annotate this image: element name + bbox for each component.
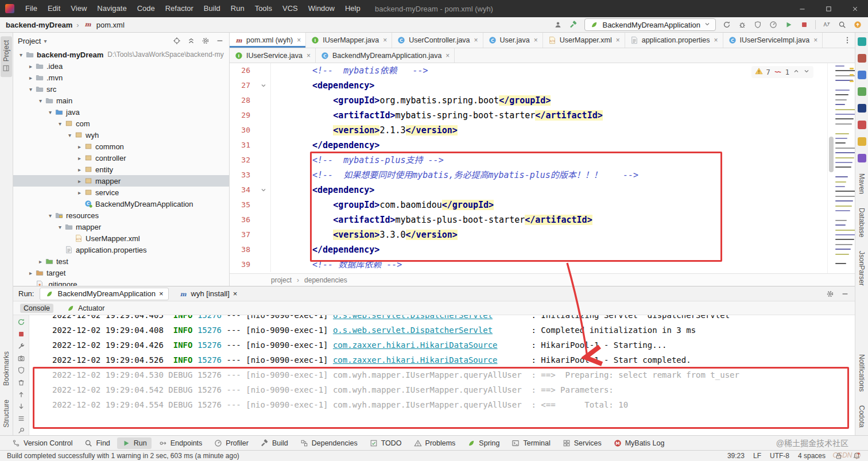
plugin-icon[interactable] <box>858 87 866 96</box>
profiler-icon[interactable] <box>769 20 778 29</box>
tab-close-icon[interactable]: × <box>474 36 478 44</box>
chevron-down-icon[interactable]: ▾ <box>44 38 46 44</box>
coverage-icon[interactable] <box>17 366 26 375</box>
code-line-32[interactable]: 32<!-- mybatis-plus支持 --> <box>230 153 855 168</box>
warning-stripe-mark[interactable] <box>850 68 854 69</box>
view-tab-actuator[interactable]: Actuator <box>63 303 108 313</box>
menu-code[interactable]: Code <box>132 0 160 17</box>
plugin-icon[interactable] <box>858 71 866 79</box>
view-tab-console[interactable]: Console <box>20 304 53 313</box>
code-line-28[interactable]: 28 <groupId>org.mybatis.spring.boot</gro… <box>230 93 855 108</box>
tab-close-icon[interactable]: × <box>445 52 450 60</box>
code-line-27[interactable]: 27<dependency> <box>230 78 855 93</box>
tree-item-common[interactable]: ▸common <box>13 141 229 152</box>
close-button[interactable] <box>842 0 868 17</box>
maximize-button[interactable] <box>815 0 842 17</box>
status-widget-39-23[interactable]: 39:23 <box>727 452 745 460</box>
plugin-icon[interactable] <box>858 54 866 63</box>
code-line-35[interactable]: 35 <groupId>com.baomidou</groupId> <box>230 197 855 212</box>
minimap[interactable] <box>835 65 850 271</box>
target-icon[interactable] <box>172 36 181 45</box>
menu-build[interactable]: Build <box>199 0 226 17</box>
status-widget-lf[interactable]: LF <box>753 452 761 460</box>
toolwindow-button-spring[interactable]: Spring <box>462 437 504 449</box>
tree-item-com[interactable]: ▾com <box>13 118 229 129</box>
tab-usermapper-xml[interactable]: </>UserMapper.xml× <box>543 33 625 48</box>
tab-close-icon[interactable]: × <box>616 36 620 44</box>
editor-body[interactable]: 26<!-- mybatis依赖 -->27<dependency>28 <gr… <box>230 63 855 273</box>
toolwindow-button-terminal[interactable]: Terminal <box>506 437 555 449</box>
toolwindow-button-services[interactable]: Services <box>557 437 606 449</box>
tab-iuserserviceimpl-java[interactable]: CIUserServiceImpl.java× <box>723 33 823 48</box>
status-widget-4-spaces[interactable]: 4 spaces <box>798 452 826 460</box>
toolwindow-button-version-control[interactable]: Version Control <box>7 437 77 449</box>
tree-open-arrow-icon[interactable]: ▾ <box>46 212 55 219</box>
tree-item-gitignore[interactable]: .gitignore <box>13 278 229 286</box>
gc-icon[interactable] <box>17 378 26 387</box>
tree-open-arrow-icon[interactable]: ▾ <box>26 86 35 92</box>
toolwindow-button-problems[interactable]: Problems <box>409 437 460 449</box>
tab-pom-xml-wyh[interactable]: mpom.xml (wyh)× <box>230 33 306 48</box>
menu-file[interactable]: File <box>20 0 42 17</box>
up-icon[interactable] <box>17 390 26 399</box>
tab-application-properties[interactable]: application.properties× <box>625 33 723 48</box>
code-line-29[interactable]: 29 <artifactId>mybatis-spring-boot-start… <box>230 108 855 123</box>
tree-open-arrow-icon[interactable]: ▾ <box>46 109 55 115</box>
stop-icon[interactable] <box>17 330 26 339</box>
code-line-39[interactable]: 39<!-- 数据库依赖 --> <box>230 257 855 272</box>
menu-edit[interactable]: Edit <box>42 0 65 17</box>
code-line-37[interactable]: 37 <version>3.3.0</version> <box>230 227 855 242</box>
coverage-icon[interactable] <box>753 20 762 29</box>
tree-open-arrow-icon[interactable]: ▾ <box>56 121 64 127</box>
code-line-38[interactable]: 38</dependency> <box>230 242 855 257</box>
plugin-icon[interactable] <box>858 121 866 129</box>
toolwindow-button-endpoints[interactable]: Endpoints <box>154 437 207 449</box>
tree-item-application-properties[interactable]: application.properties <box>13 244 229 255</box>
tab-close-icon[interactable]: × <box>297 36 301 44</box>
toolwindow-button-dependencies[interactable]: Dependencies <box>295 437 362 449</box>
plugin-icon[interactable] <box>858 37 866 46</box>
tree-item-mvn[interactable]: ▸.mvn <box>13 72 229 83</box>
breadcrumb-node[interactable]: dependencies <box>304 276 347 284</box>
bug-icon[interactable] <box>738 20 747 29</box>
tab-close-icon[interactable]: × <box>813 36 817 44</box>
tree-item-controller[interactable]: ▸controller <box>13 152 229 164</box>
breadcrumb-node[interactable]: project <box>271 276 292 284</box>
fold-marker-icon[interactable] <box>256 183 271 197</box>
editor-scroll-rail[interactable] <box>827 63 855 273</box>
run-configuration-select[interactable]: BackendMyDreamApplication <box>584 18 716 31</box>
toolwindow-button-profiler[interactable]: Profiler <box>209 437 253 449</box>
tree-item-entity[interactable]: ▸entity <box>13 164 229 175</box>
gear-icon[interactable] <box>201 36 210 45</box>
tree-open-arrow-icon[interactable]: ▾ <box>36 98 45 104</box>
code-line-30[interactable]: 30 <version>2.1.3</version> <box>230 123 855 138</box>
toolwindow-button-mybatis-log[interactable]: MMyBatis Log <box>609 437 669 449</box>
more-tabs-icon[interactable] <box>840 33 855 48</box>
tree-item-backend-mydream[interactable]: ▾backend-myDreamD:\Tools\JavaWorkSpace\b… <box>13 49 229 60</box>
tree-open-arrow-icon[interactable]: ▾ <box>56 224 64 230</box>
sidebar-item-project[interactable]: Project <box>1 36 12 77</box>
warning-stripe-mark[interactable] <box>850 80 854 82</box>
tree-closed-arrow-icon[interactable]: ▸ <box>75 155 84 161</box>
breadcrumb-file[interactable]: pom.xml <box>96 21 125 29</box>
tree-item-idea[interactable]: ▸.idea <box>13 60 229 72</box>
tab-close-icon[interactable]: × <box>233 289 238 298</box>
tree-closed-arrow-icon[interactable]: ▸ <box>26 63 35 69</box>
tab-close-icon[interactable]: × <box>159 289 164 298</box>
menu-refactor[interactable]: Refactor <box>160 0 199 17</box>
tab-iusermapper-java[interactable]: IIUserMapper.java× <box>306 33 392 48</box>
toolwindow-button-build[interactable]: Build <box>255 437 293 449</box>
toolwindow-button-find[interactable]: Find <box>79 437 114 449</box>
gear-icon[interactable] <box>826 289 835 299</box>
tree-item-mapper[interactable]: ▾mapper <box>13 221 229 233</box>
log-logger-link[interactable]: o.s.web.servlet.DispatcherServlet <box>333 323 532 338</box>
tree-item-resources[interactable]: ▾resources <box>13 210 229 221</box>
status-widget-utf-8[interactable]: UTF-8 <box>770 452 789 460</box>
plugin-icon[interactable] <box>858 154 866 162</box>
sync-icon[interactable] <box>722 20 731 29</box>
list-icon[interactable] <box>17 414 26 423</box>
tab-backendmydreamapplication-java[interactable]: CBackendMyDreamApplication.java× <box>316 48 455 63</box>
code-line-33[interactable]: 33<!-- 如果想要同时使用mybatis,务必提高mybatis-plus的… <box>230 168 855 183</box>
log-logger-link[interactable]: com.wyh.mapper.IUserMapper.queryAllUser <box>333 382 532 397</box>
plugin-icon[interactable] <box>858 137 866 146</box>
